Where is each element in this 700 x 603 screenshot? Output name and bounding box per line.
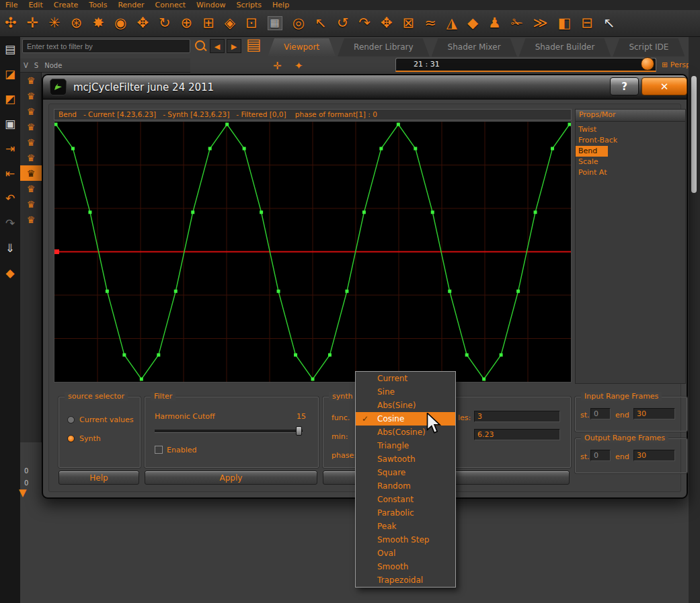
tab-shader-mixer[interactable]: Shader Mixer: [432, 38, 517, 56]
layers-icon[interactable]: ≫: [533, 16, 548, 30]
input-end-field[interactable]: 30: [633, 408, 675, 419]
search-input[interactable]: [22, 39, 190, 53]
pane-menu-icon[interactable]: ▤: [246, 36, 262, 52]
timeline-dial-icon[interactable]: [641, 57, 654, 71]
scene-node-icon[interactable]: ♛: [20, 73, 42, 88]
forward-button[interactable]: ▶: [227, 39, 241, 53]
props-item-point-at[interactable]: Point At: [576, 167, 685, 178]
cycle-icon[interactable]: ↻: [159, 16, 171, 30]
scissors-icon[interactable]: ✁: [511, 16, 523, 30]
scale-icon[interactable]: ⊠: [403, 16, 415, 30]
props-panel-header[interactable]: Props/Mor: [576, 110, 685, 122]
dropdown-item-current[interactable]: Current: [356, 372, 455, 385]
node-icon[interactable]: ✥: [137, 16, 149, 30]
dial-icon[interactable]: ◎: [293, 16, 305, 30]
target-icon[interactable]: ⊕: [181, 16, 193, 30]
burst-icon[interactable]: ✳: [48, 16, 61, 30]
menu-scripts[interactable]: Scripts: [231, 0, 267, 10]
import-icon[interactable]: ⇥: [5, 143, 15, 155]
radio-synth[interactable]: [67, 435, 75, 442]
scene-node-icon[interactable]: ♛: [20, 165, 42, 181]
back-button[interactable]: ◀: [210, 39, 225, 53]
figure-pose-icon[interactable]: ♟: [488, 16, 501, 30]
gem-icon[interactable]: ◆: [467, 16, 478, 30]
cycles-input[interactable]: 3: [474, 411, 560, 422]
props-item-bend[interactable]: Bend: [576, 146, 608, 157]
col-visible[interactable]: V: [24, 62, 28, 69]
new-file-icon[interactable]: ▤: [5, 44, 15, 55]
translate-icon[interactable]: ✥: [381, 16, 393, 30]
dialog-help-button[interactable]: ?: [610, 77, 639, 95]
input-start-field[interactable]: 0: [590, 408, 611, 419]
rotate-cw-icon[interactable]: ↷: [358, 16, 371, 30]
dropdown-item-smooth-step[interactable]: Smooth Step: [356, 533, 455, 547]
menu-help[interactable]: Help: [267, 0, 295, 10]
help-button[interactable]: Help: [59, 471, 139, 485]
props-item-front-back[interactable]: Front-Back: [576, 135, 685, 146]
dialog-titlebar[interactable]: mcjCycleFilter june 24 2011 ? ✕: [43, 75, 687, 99]
select-arrow-icon[interactable]: ↖: [315, 16, 327, 30]
menu-window[interactable]: Window: [191, 0, 231, 10]
dropdown-item-peak[interactable]: Peak: [356, 520, 455, 533]
dropdown-item-parabolic[interactable]: Parabolic: [356, 506, 455, 520]
harmonic-cutoff-slider[interactable]: [155, 430, 303, 433]
prism-icon[interactable]: ◮: [446, 16, 457, 30]
plus-axis-icon[interactable]: ✛: [27, 16, 39, 30]
menu-tools[interactable]: Tools: [83, 0, 112, 10]
props-item-scale[interactable]: Scale: [576, 157, 685, 167]
camera-selector[interactable]: ⊞ Persp: [662, 61, 691, 69]
spotlight-icon[interactable]: ◉: [114, 16, 126, 30]
dropdown-item-random[interactable]: Random: [356, 479, 455, 493]
rotate-ccw-icon[interactable]: ↺: [337, 16, 349, 30]
props-item-twist[interactable]: Twist: [576, 124, 685, 135]
timeline-range[interactable]: 21 : 31: [395, 58, 656, 72]
drop-to-floor-icon[interactable]: ⇓: [5, 243, 15, 254]
tab-shader-builder[interactable]: Shader Builder: [519, 38, 611, 56]
folder-icon[interactable]: ◩: [5, 93, 15, 105]
dialog-close-button[interactable]: ✕: [641, 77, 687, 95]
scene-node-icon[interactable]: ♛: [20, 150, 42, 165]
menu-file[interactable]: File: [0, 0, 23, 10]
scene-node-icon[interactable]: ♛: [20, 212, 42, 227]
pointer-tool-icon[interactable]: ↖: [603, 16, 615, 30]
menu-edit[interactable]: Edit: [23, 0, 48, 10]
dropdown-item-square[interactable]: Square: [356, 466, 455, 479]
diamond-icon[interactable]: ◈: [225, 16, 235, 30]
spark-icon[interactable]: ✸: [92, 16, 104, 30]
dropdown-item-triangle[interactable]: Triangle: [356, 439, 455, 452]
redo-icon[interactable]: ↷: [5, 218, 15, 229]
enabled-checkbox[interactable]: [155, 446, 163, 454]
tab-viewport[interactable]: Viewport: [268, 38, 336, 56]
scene-node-icon[interactable]: ♛: [20, 104, 42, 119]
dropdown-item-sine[interactable]: Sine: [356, 385, 455, 399]
output-end-field[interactable]: 30: [633, 450, 675, 461]
axis-box-icon[interactable]: ⊡: [245, 16, 258, 30]
slider-handle[interactable]: [296, 426, 302, 436]
dropdown-item-oval[interactable]: Oval: [356, 547, 455, 560]
menu-render[interactable]: Render: [112, 0, 149, 10]
camera-icon[interactable]: ⊟: [581, 16, 593, 30]
dropdown-item-sawtooth[interactable]: Sawtooth: [356, 452, 455, 466]
save-icon[interactable]: ▣: [5, 118, 15, 130]
radio-current-values[interactable]: [67, 416, 75, 424]
col-node[interactable]: Node: [44, 62, 62, 69]
playhead-marker-icon[interactable]: ▼: [19, 487, 27, 499]
undo-icon[interactable]: ↶: [5, 193, 15, 204]
scene-node-icon[interactable]: ♛: [20, 134, 42, 150]
open-folder-icon[interactable]: ◪: [5, 69, 15, 80]
axis-tool-icon[interactable]: ✛: [273, 60, 282, 72]
dropdown-item-smooth[interactable]: Smooth: [356, 560, 455, 573]
col-selected[interactable]: S: [34, 62, 38, 69]
tab-script-ide[interactable]: Script IDE: [613, 38, 685, 56]
output-start-field[interactable]: 0: [590, 450, 611, 461]
apply-button[interactable]: Apply: [145, 471, 317, 485]
export-icon[interactable]: ⇤: [5, 168, 15, 179]
scene-node-icon[interactable]: ♛: [20, 119, 42, 134]
gear-icon[interactable]: ⊛: [71, 16, 83, 30]
wireframe-grid-icon[interactable]: ▦: [268, 16, 282, 30]
wave-icon[interactable]: ≈: [424, 16, 436, 30]
scene-node-icon[interactable]: ♛: [20, 196, 42, 212]
dropdown-item-constant[interactable]: Constant: [356, 493, 455, 506]
dropdown-item-abs-sine-[interactable]: Abs(Sine): [356, 399, 455, 412]
menu-create[interactable]: Create: [48, 0, 84, 10]
